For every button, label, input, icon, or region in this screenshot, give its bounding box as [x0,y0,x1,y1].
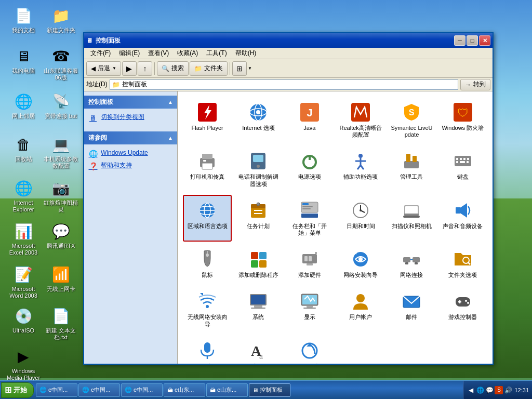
desktop-icon-mediaplayer[interactable]: ▶ Windows Media Player [5,346,42,381]
menu-tools[interactable]: 工具(T) [202,48,231,59]
desktop-icon-excel[interactable]: 📊 Microsoft Excel 2003 [5,221,42,256]
svg-rect-90 [307,305,313,308]
cp-icon-addremove[interactable]: 添加或删除程序 [234,244,283,284]
svg-rect-26 [404,161,419,168]
menu-file[interactable]: 文件(F) [86,48,115,59]
cp-icon-ie-options[interactable]: Internet 选项 [234,97,283,143]
cp-icon-taskbar-menu[interactable]: 任务栏和「开始」菜单 [285,195,334,242]
cp-icon-power[interactable]: 电源选项 [285,145,334,192]
forward-button[interactable]: ▶ [122,61,137,76]
close-button[interactable]: ✕ [479,35,490,46]
cp-icon-realtek[interactable]: Realtek高清晰音频配置 [336,97,385,143]
desktop-icon-wificard[interactable]: 📶 无线上网卡 [43,264,79,292]
windows-update-link[interactable]: 🌐 Windows Update [88,148,173,160]
cp-icon-speech[interactable]: 语音 [183,335,232,364]
content-area: 控制面板 ▲ 🖥 切换到分类视图 请参阅 ▲ [84,91,493,364]
panel-section-see-also: 请参阅 ▲ 🌐 Windows Update ❓ 帮助和支持 [84,131,177,176]
tray-icon-net[interactable]: 🌐 [476,386,484,394]
cp-icon-java[interactable]: J Java [285,97,334,143]
view-dropdown-icon[interactable]: ▼ [248,66,252,71]
cp-icon-flash[interactable]: Flash Player [183,97,232,143]
menu-edit[interactable]: 编辑(E) [115,48,144,59]
taskbar-item-ie3[interactable]: 🌐 e中国... [121,383,163,397]
tray-icon-arrow[interactable]: ◀ [467,386,475,394]
desktop-icon-mycomp2[interactable]: 💻 本机系统多教数配置 [43,134,79,169]
cp-icon-firewall[interactable]: 🛡 Windows 防火墙 [438,97,487,143]
taskbar-item-cp[interactable]: 🖥 控制面板 [249,383,290,397]
desktop-icon-my-docs[interactable]: 📄 我的文档 [5,5,42,34]
cp-icon-keyboard[interactable]: 键盘 [438,145,487,192]
desktop-icon-ultraiso[interactable]: 💿 UltraISO [5,305,42,334]
switch-view-link[interactable]: 🖥 切换到分类视图 [88,112,173,124]
desktop-icon-recycle[interactable]: 🗑 回收站 [5,134,42,163]
cp-icon-folder-options[interactable]: 文件夹选项 [438,244,487,284]
search-button[interactable]: 🔍 搜索 [157,61,189,76]
tray-icon-volume[interactable]: 🔊 [504,386,512,394]
cp-icon-accessibility[interactable]: 辅助功能选项 [336,145,385,192]
maximize-button[interactable]: □ [467,35,478,46]
menu-help[interactable]: 帮助(H) [231,48,261,59]
taskbar-icon-sd1: 🏔 [167,387,173,393]
taskbar-item-ie2[interactable]: 🌐 e中国... [78,383,120,397]
cp-icon-region[interactable]: 区域和语言选项 [183,195,232,242]
desktop-icon-shandong[interactable]: ☎ 山东联通客服06版 [43,46,79,81]
cp-icon-admin[interactable]: 管理工具 [387,145,436,192]
go-button[interactable]: → 转到 [460,79,490,90]
desktop-icon-rtx[interactable]: 💬 腾讯通RTX [43,221,79,249]
cp-icon-display[interactable]: 显示 [285,286,334,332]
panel-cp-header[interactable]: 控制面板 ▲ [84,96,177,109]
cp-icon-mail[interactable]: 邮件 [387,286,436,332]
cp-icon-symantec[interactable]: S Symantec LiveUpdate [387,97,436,143]
cp-icon-sound[interactable]: 声音和音频设备 [438,195,487,242]
cp-icon-taskscheduler[interactable]: 任务计划 [234,195,283,242]
svg-rect-56 [404,214,419,216]
back-dropdown-icon[interactable]: ▼ [112,66,116,71]
cp-icon-datetime[interactable]: 日期和时间 [336,195,385,242]
cp-icon-scanner[interactable]: 扫描仪和照相机 [387,195,436,242]
minimize-button[interactable]: ─ [454,35,466,46]
cp-icon-addhardware[interactable]: 添加硬件 [285,244,334,284]
up-button[interactable]: ↑ [138,61,152,76]
svg-rect-99 [204,342,210,353]
start-button[interactable]: ⊞ 开始 [1,382,34,398]
cp-icon-autoupdate[interactable]: 自动更新 [285,335,334,364]
back-button[interactable]: ◀ 后退 ▼ [86,61,121,76]
desktop-icon-broadband[interactable]: 📡 宽带连接 bat [43,91,79,119]
tray-icon-s[interactable]: S [495,386,503,394]
desktop-icon-newtext[interactable]: 📄 新建 文本文档.txt [43,305,79,341]
cp-icon-printer[interactable]: 打印机和传真 [183,145,232,192]
cp-icon-game[interactable]: 游戏控制器 [438,286,487,332]
desktop-icon-ie[interactable]: 🌐 Internet Explorer [5,178,42,213]
taskbar-icon-ie3: 🌐 [125,387,132,393]
svg-rect-33 [467,158,469,160]
folders-button[interactable]: 📁 文件夹 [190,61,228,76]
menu-view[interactable]: 查看(V) [144,48,173,59]
cp-icon-network-wizard[interactable]: 网络安装向导 [336,244,385,284]
taskbar-icon-cp: 🖥 [252,387,258,393]
desktop-icon-photo[interactable]: 📷 红旗煊坤图精灵 [43,178,79,213]
help-support-link[interactable]: ❓ 帮助和支持 [88,160,173,172]
cp-icon-phone[interactable]: 电话和调制解调器选项 [234,145,283,192]
taskbar-item-sd1[interactable]: 🏔 e山东... [164,383,205,397]
svg-rect-17 [253,155,263,162]
view-button[interactable]: ⊞ [232,61,247,76]
menu-favorites[interactable]: 收藏(A) [173,48,202,59]
control-panel-window: 🖥 控制面板 ─ □ ✕ 文件(F) 编辑(E) 查看(V) 收藏(A) 工具(… [83,32,494,365]
desktop-icon-my-computer[interactable]: 🖥 我的电脑 [5,46,42,74]
desktop-icon-network[interactable]: 🌐 网上邻居 [5,91,42,119]
cp-icon-mouse[interactable]: 鼠标 [183,244,232,284]
taskbar-item-sd2[interactable]: 🏔 e山东... [206,383,248,397]
svg-rect-48 [302,206,313,207]
address-input[interactable]: 📁 控制面板 [110,79,458,90]
cp-icon-system[interactable]: 系统 [234,286,283,332]
window-title-area: 🖥 控制面板 [86,36,121,45]
tray-icon-chat[interactable]: 💬 [485,386,494,394]
desktop-icon-new-folder[interactable]: 📁 新建文件夹 [43,5,79,34]
cp-icon-wireless-wizard[interactable]: 无线网络安装向导 [183,286,232,332]
desktop-icon-word[interactable]: 📝 Microsoft Word 2003 [5,264,42,299]
cp-icon-font[interactable]: A a 字体 [234,335,283,364]
taskbar-item-ie1[interactable]: 🌐 e中国... [36,383,77,397]
panel-see-also-header[interactable]: 请参阅 ▲ [84,131,177,144]
cp-icon-user[interactable]: 用户帐户 [336,286,385,332]
cp-icon-netconn[interactable]: 网络连接 [387,244,436,284]
